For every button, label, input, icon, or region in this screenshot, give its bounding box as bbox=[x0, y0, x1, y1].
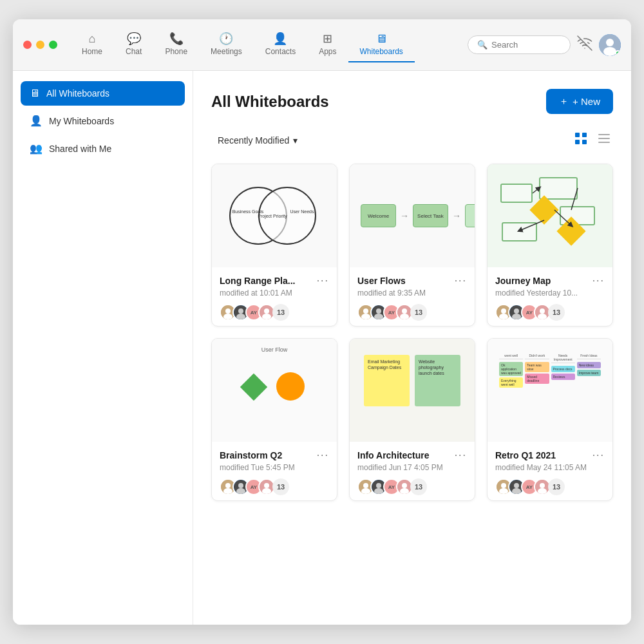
avatar-count: 13 bbox=[410, 304, 427, 321]
whiteboard-card-retro[interactable]: went well Ok application was approved Ev… bbox=[487, 338, 613, 501]
nav-whiteboards[interactable]: 🖥 Whiteboards bbox=[348, 28, 415, 62]
card-preview-flow: Welcome → Select Task → bbox=[350, 164, 475, 267]
svg-point-23 bbox=[376, 308, 381, 314]
card-preview-info: Email Marketing Campaign Dates Website p… bbox=[350, 339, 475, 442]
avatar-count: 13 bbox=[272, 304, 289, 321]
nav-meetings[interactable]: 🕐 Meetings bbox=[199, 28, 254, 62]
avatar-count: 13 bbox=[548, 478, 565, 495]
card-more-button[interactable]: ··· bbox=[317, 450, 329, 461]
content-header: All Whiteboards ＋ + New bbox=[211, 89, 613, 114]
view-toggles bbox=[572, 129, 613, 151]
nav-contacts[interactable]: 👤 Contacts bbox=[254, 28, 307, 62]
filter-row: Recently Modified ▾ bbox=[211, 129, 613, 151]
minimize-button[interactable] bbox=[36, 41, 44, 49]
nav-contacts-label: Contacts bbox=[265, 47, 296, 56]
svg-rect-4 bbox=[582, 133, 587, 137]
svg-point-26 bbox=[402, 308, 407, 314]
card-preview-venn: Business Goals User Needs Project Priori… bbox=[212, 164, 337, 267]
whiteboard-card-brainstorm[interactable]: User Flow Brainstorm Q2 ··· modified Tue… bbox=[211, 338, 337, 501]
svg-point-20 bbox=[363, 308, 368, 314]
card-preview-journey bbox=[488, 164, 612, 267]
svg-rect-9 bbox=[598, 142, 610, 143]
svg-rect-5 bbox=[575, 140, 580, 144]
sticky-note-1: Email Marketing Campaign Dates bbox=[364, 355, 410, 406]
whiteboard-card-user-flows[interactable]: Welcome → Select Task → User Flows ··· m… bbox=[349, 164, 475, 327]
card-more-button[interactable]: ··· bbox=[455, 275, 467, 287]
card-title: Long Range Pla... bbox=[220, 276, 295, 286]
nav-meetings-label: Meetings bbox=[211, 47, 242, 56]
search-box[interactable]: 🔍 bbox=[468, 35, 571, 54]
avatar[interactable] bbox=[599, 34, 621, 56]
apps-icon: ⊞ bbox=[323, 33, 332, 44]
wifi-icon bbox=[577, 35, 592, 54]
card-info: User Flows ··· modified at 9:35 AM AY 13 bbox=[350, 267, 475, 326]
nav-right: 🔍 bbox=[468, 34, 621, 56]
flow-arrow-1: → bbox=[400, 211, 409, 221]
grid-view-button[interactable] bbox=[572, 129, 590, 151]
list-view-button[interactable] bbox=[595, 129, 613, 151]
card-preview-retro: went well Ok application was approved Ev… bbox=[488, 339, 612, 442]
card-title: User Flows bbox=[357, 276, 406, 286]
card-more-button[interactable]: ··· bbox=[592, 450, 605, 461]
flow-box-next bbox=[465, 204, 475, 227]
svg-point-14 bbox=[238, 308, 243, 314]
whiteboard-card-long-range[interactable]: Business Goals User Needs Project Priori… bbox=[211, 164, 337, 327]
close-button[interactable] bbox=[23, 41, 32, 49]
new-btn-icon: ＋ bbox=[559, 95, 569, 108]
card-modified: modified at 9:35 AM bbox=[357, 289, 467, 298]
new-whiteboard-button[interactable]: ＋ + New bbox=[546, 89, 613, 114]
nav-chat-label: Chat bbox=[126, 47, 142, 56]
page-title: All Whiteboards bbox=[211, 93, 329, 111]
card-avatars: AY 13 bbox=[220, 304, 329, 321]
maximize-button[interactable] bbox=[49, 41, 57, 49]
flow-arrow-2: → bbox=[452, 211, 461, 221]
sidebar-shared-label: Shared with Me bbox=[49, 144, 111, 154]
chat-icon: 💬 bbox=[127, 33, 141, 44]
card-avatars: AY 13 bbox=[357, 304, 467, 321]
home-icon: ⌂ bbox=[89, 33, 96, 44]
sidebar: 🖥 All Whiteboards 👤 My Whiteboards 👥 Sha… bbox=[13, 71, 193, 625]
flow-box-select: Select Task bbox=[413, 204, 448, 227]
svg-point-48 bbox=[264, 483, 269, 488]
svg-point-39 bbox=[540, 308, 545, 314]
nav-apps[interactable]: ⊞ Apps bbox=[307, 28, 348, 62]
nav-home[interactable]: ⌂ Home bbox=[70, 28, 114, 62]
search-icon: 🔍 bbox=[477, 40, 488, 50]
card-modified: modified at 10:01 AM bbox=[220, 289, 329, 298]
svg-point-1 bbox=[606, 39, 614, 46]
card-info: Info Architecture ··· modified Jun 17 4:… bbox=[350, 442, 475, 500]
card-info: Retro Q1 2021 ··· modified May 24 11:05 … bbox=[488, 442, 612, 500]
my-whiteboards-icon: 👤 bbox=[30, 115, 43, 127]
card-avatars: AY 13 bbox=[357, 478, 467, 495]
card-more-button[interactable]: ··· bbox=[317, 275, 329, 287]
whiteboard-card-journey-map[interactable]: Journey Map ··· modified Yesterday 10...… bbox=[487, 164, 613, 327]
svg-line-29 bbox=[571, 188, 578, 210]
sidebar-item-shared-with-me[interactable]: 👥 Shared with Me bbox=[21, 136, 185, 161]
nav-phone[interactable]: 📞 Phone bbox=[153, 28, 199, 62]
sidebar-item-my-whiteboards[interactable]: 👤 My Whiteboards bbox=[21, 108, 185, 133]
main-content: 🖥 All Whiteboards 👤 My Whiteboards 👥 Sha… bbox=[13, 71, 631, 625]
sidebar-item-all-whiteboards[interactable]: 🖥 All Whiteboards bbox=[21, 81, 185, 106]
card-title: Journey Map bbox=[495, 276, 551, 286]
card-more-button[interactable]: ··· bbox=[455, 450, 467, 461]
card-avatars: AY 13 bbox=[495, 478, 605, 495]
sticky-note-2: Website photography launch dates bbox=[415, 355, 460, 406]
nav-phone-label: Phone bbox=[165, 47, 187, 56]
nav-apps-label: Apps bbox=[319, 47, 336, 56]
whiteboard-card-info-arch[interactable]: Email Marketing Campaign Dates Website p… bbox=[349, 338, 475, 501]
card-more-button[interactable]: ··· bbox=[592, 275, 605, 287]
nav-chat[interactable]: 💬 Chat bbox=[114, 28, 153, 62]
svg-point-17 bbox=[264, 308, 269, 314]
card-preview-brainstorm: User Flow bbox=[212, 339, 337, 442]
chevron-down-icon: ▾ bbox=[293, 135, 298, 146]
whiteboards-icon: 🖥 bbox=[375, 33, 387, 44]
card-title: Info Architecture bbox=[357, 450, 430, 460]
sidebar-all-label: All Whiteboards bbox=[46, 88, 109, 99]
svg-point-36 bbox=[514, 308, 519, 314]
contacts-icon: 👤 bbox=[273, 33, 287, 44]
window-controls bbox=[23, 41, 57, 49]
search-input[interactable] bbox=[491, 40, 561, 50]
sort-dropdown[interactable]: Recently Modified ▾ bbox=[211, 131, 304, 149]
sidebar-my-label: My Whiteboards bbox=[49, 116, 114, 126]
retro-col-well: went well Ok application was approved Ev… bbox=[499, 352, 523, 428]
